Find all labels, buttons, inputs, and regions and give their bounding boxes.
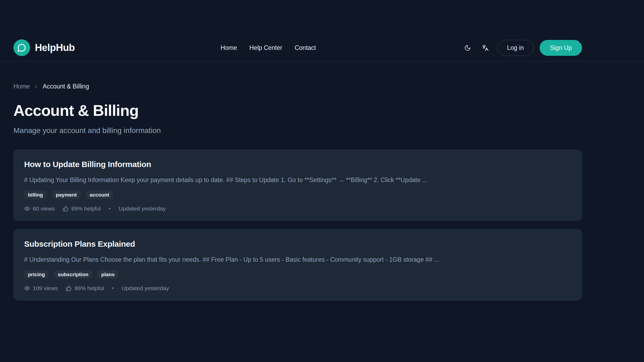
page-subtitle: Manage your account and billing informat… — [13, 126, 582, 135]
nav-link-home[interactable]: Home — [221, 44, 237, 51]
page-title: Account & Billing — [13, 101, 582, 119]
meta-separator: • — [112, 286, 114, 291]
moon-icon — [464, 45, 471, 51]
views-count: 109 views — [33, 285, 58, 291]
updated-text: Updated yesterday — [119, 205, 166, 212]
article-card-subscription-plans[interactable]: Subscription Plans Explained # Understan… — [13, 229, 582, 301]
nav-link-contact[interactable]: Contact — [295, 44, 316, 51]
nav-actions: Log in Sign Up — [462, 40, 582, 56]
brand-name: HelpHub — [35, 42, 75, 53]
chevron-right-icon — [34, 84, 39, 89]
thumbs-up-icon — [66, 285, 72, 291]
article-card-billing-info[interactable]: How to Update Billing Information # Upda… — [13, 149, 582, 221]
article-meta: 60 views 89% helpful • Updated yesterday — [24, 205, 571, 212]
tag: account — [86, 191, 113, 199]
tag: payment — [52, 191, 80, 199]
tag: pricing — [24, 270, 49, 279]
nav-link-help-center[interactable]: Help Center — [249, 44, 282, 51]
language-button[interactable] — [480, 42, 491, 54]
article-tags: pricing subscription plans — [24, 270, 571, 279]
breadcrumb: Home Account & Billing — [13, 83, 582, 90]
thumbs-up-icon — [63, 206, 69, 212]
primary-nav: Home Help Center Contact — [221, 44, 316, 51]
eye-icon — [24, 206, 30, 212]
views-stat: 109 views — [24, 285, 58, 291]
top-nav: HelpHub Home Help Center Contact — [0, 0, 644, 61]
updated-text: Updated yesterday — [122, 285, 169, 291]
eye-icon — [24, 285, 30, 291]
article-title: Subscription Plans Explained — [24, 239, 571, 249]
helpful-stat: 89% helpful — [63, 205, 101, 212]
meta-separator: • — [109, 206, 110, 212]
helpful-percent: 86% helpful — [74, 285, 104, 291]
article-tags: billing payment account — [24, 191, 571, 199]
languages-icon — [482, 45, 489, 51]
article-title: How to Update Billing Information — [24, 159, 571, 170]
brand-logo[interactable]: HelpHub — [13, 39, 75, 56]
chat-bubble-icon — [13, 39, 30, 56]
article-excerpt: # Updating Your Billing Information Keep… — [24, 176, 571, 184]
article-meta: 109 views 86% helpful • Updated yesterda… — [24, 285, 571, 291]
views-count: 60 views — [33, 205, 55, 212]
views-stat: 60 views — [24, 205, 55, 212]
theme-toggle-button[interactable] — [462, 42, 474, 54]
signup-button[interactable]: Sign Up — [540, 40, 582, 56]
tag: billing — [24, 191, 47, 199]
breadcrumb-home-link[interactable]: Home — [13, 83, 30, 90]
article-excerpt: # Understanding Our Plans Choose the pla… — [24, 255, 571, 264]
helpful-stat: 86% helpful — [66, 285, 104, 291]
helpful-percent: 89% helpful — [71, 205, 101, 212]
tag: subscription — [54, 270, 92, 279]
tag: plans — [97, 270, 118, 279]
login-button[interactable]: Log in — [497, 40, 534, 56]
breadcrumb-current: Account & Billing — [43, 83, 89, 90]
article-list: How to Update Billing Information # Upda… — [13, 149, 582, 301]
